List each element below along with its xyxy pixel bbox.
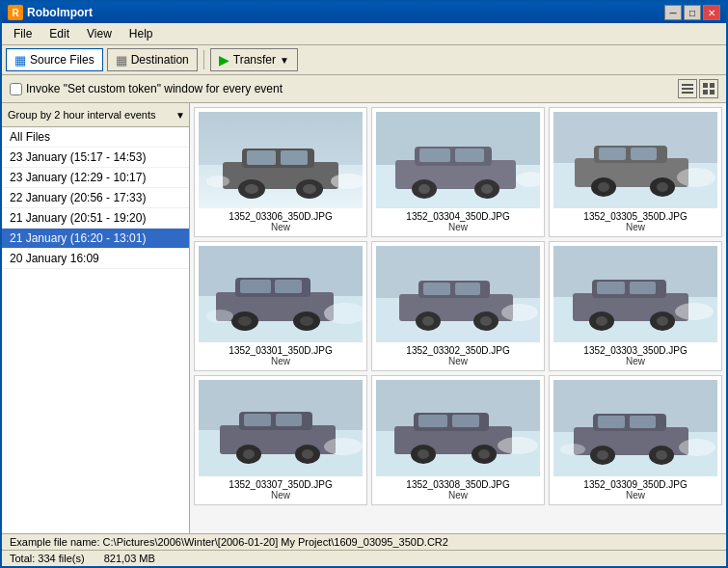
svg-rect-57 bbox=[423, 283, 450, 295]
svg-rect-4 bbox=[710, 83, 715, 88]
photo-cell-1[interactable]: 1352_03306_350D.JPG New bbox=[194, 107, 367, 237]
group-dropdown-button[interactable]: ▼ bbox=[172, 103, 189, 126]
photo-filename-3: 1352_03305_350D.JPG bbox=[583, 211, 687, 222]
destination-icon: ▦ bbox=[116, 53, 127, 68]
tree-item-jan21b[interactable]: 21 January (16:20 - 13:01) bbox=[2, 229, 189, 249]
status-bar-example: Example file name: C:\Pictures\2006\Wint… bbox=[2, 533, 726, 550]
svg-point-108 bbox=[560, 444, 585, 455]
photo-cell-8[interactable]: 1352_03308_350D.JPG New bbox=[371, 375, 545, 505]
menu-help[interactable]: Help bbox=[121, 25, 161, 42]
svg-rect-68 bbox=[597, 282, 625, 294]
maximize-button[interactable]: □ bbox=[684, 5, 701, 20]
svg-point-39 bbox=[657, 182, 668, 192]
source-files-button[interactable]: ▦ Source Files bbox=[6, 48, 103, 71]
toolbar: ▦ Source Files ▦ Destination ▶ Transfer … bbox=[2, 45, 726, 75]
svg-point-95 bbox=[478, 449, 490, 459]
photo-cell-7[interactable]: 1352_03307_350D.JPG New bbox=[194, 375, 367, 505]
photo-status-6: New bbox=[626, 356, 645, 366]
svg-rect-6 bbox=[710, 90, 715, 95]
svg-point-62 bbox=[480, 316, 492, 326]
svg-rect-101 bbox=[598, 416, 625, 428]
svg-rect-24 bbox=[455, 149, 484, 162]
menu-file[interactable]: File bbox=[6, 25, 40, 42]
total-size-label: 821,03 MB bbox=[104, 553, 155, 564]
photo-filename-1: 1352_03306_350D.JPG bbox=[229, 211, 332, 222]
title-bar: R RoboImport ─ □ ✕ bbox=[2, 2, 726, 23]
list-icon bbox=[681, 82, 694, 95]
svg-point-82 bbox=[243, 449, 255, 459]
svg-point-63 bbox=[501, 304, 538, 321]
title-buttons: ─ □ ✕ bbox=[664, 5, 720, 20]
svg-point-74 bbox=[675, 303, 714, 320]
svg-point-16 bbox=[303, 184, 316, 194]
photo-cell-3[interactable]: 1352_03305_350D.JPG New bbox=[549, 107, 722, 237]
svg-rect-1 bbox=[682, 88, 693, 90]
grid-icon bbox=[702, 82, 715, 95]
svg-rect-2 bbox=[682, 92, 693, 94]
svg-point-96 bbox=[498, 437, 538, 454]
photo-cell-2[interactable]: 1352_03304_350D.JPG New bbox=[371, 107, 545, 237]
menu-view[interactable]: View bbox=[79, 25, 120, 42]
svg-point-18 bbox=[206, 176, 229, 187]
photo-grid: 1352_03306_350D.JPG New bbox=[194, 107, 722, 505]
tree-item-all[interactable]: All Files bbox=[2, 127, 189, 148]
view-list-button[interactable] bbox=[678, 79, 697, 98]
photo-filename-4: 1352_03301_350D.JPG bbox=[229, 345, 332, 356]
svg-rect-45 bbox=[240, 280, 271, 293]
menu-edit[interactable]: Edit bbox=[41, 25, 77, 42]
svg-point-28 bbox=[481, 184, 493, 194]
photo-status-8: New bbox=[448, 490, 468, 500]
main-window: R RoboImport ─ □ ✕ File Edit View Help ▦… bbox=[0, 0, 728, 568]
total-files-label: Total: 334 file(s) bbox=[10, 553, 85, 564]
svg-point-52 bbox=[206, 310, 233, 323]
app-icon: R bbox=[8, 5, 23, 20]
minimize-button[interactable]: ─ bbox=[664, 5, 682, 20]
photo-cell-4[interactable]: 1352_03301_350D.JPG New bbox=[194, 241, 367, 371]
tree-item-jan21a[interactable]: 21 January (20:51 - 19:20) bbox=[2, 208, 189, 229]
svg-point-104 bbox=[597, 450, 608, 460]
photo-status-2: New bbox=[448, 222, 468, 232]
photo-thumb-2 bbox=[376, 112, 540, 208]
photo-thumb-3 bbox=[553, 112, 717, 208]
view-icons bbox=[678, 79, 718, 98]
view-grid-button[interactable] bbox=[699, 79, 718, 98]
photo-thumb-4 bbox=[199, 246, 363, 342]
destination-label: Destination bbox=[131, 53, 189, 67]
tree-list: All Files 23 January (15:17 - 14:53) 23 … bbox=[2, 127, 189, 533]
svg-point-37 bbox=[598, 182, 609, 192]
tree-item-jan22[interactable]: 22 January (20:56 - 17:33) bbox=[2, 188, 189, 208]
svg-point-50 bbox=[300, 316, 313, 326]
photo-grid-container[interactable]: 1352_03306_350D.JPG New bbox=[190, 103, 726, 533]
example-path: C:\Pictures\2006\Winter\[2006-01-20] My … bbox=[103, 536, 448, 548]
destination-button[interactable]: ▦ Destination bbox=[107, 48, 198, 71]
svg-point-14 bbox=[245, 184, 258, 194]
svg-rect-90 bbox=[418, 415, 447, 427]
svg-rect-46 bbox=[275, 280, 302, 293]
photo-cell-6[interactable]: 1352_03303_350D.JPG New bbox=[549, 241, 722, 371]
transfer-dropdown-icon: ▼ bbox=[280, 55, 289, 66]
svg-point-73 bbox=[657, 316, 668, 326]
tree-item-jan23b[interactable]: 23 January (12:29 - 10:17) bbox=[2, 168, 189, 188]
photo-thumb-1 bbox=[199, 112, 363, 208]
close-button[interactable]: ✕ bbox=[703, 5, 720, 20]
photo-cell-9[interactable]: 1352_03309_350D.JPG New bbox=[549, 375, 722, 505]
svg-rect-23 bbox=[419, 149, 450, 162]
group-select-label: Group by 2 hour interval events bbox=[2, 103, 172, 126]
svg-rect-79 bbox=[244, 414, 271, 426]
photo-status-4: New bbox=[271, 356, 290, 366]
status-bar-total: Total: 334 file(s) 821,03 MB bbox=[2, 550, 726, 566]
transfer-icon: ▶ bbox=[219, 52, 229, 68]
photo-cell-5[interactable]: 1352_03302_350D.JPG New bbox=[371, 241, 545, 371]
invoke-checkbox[interactable] bbox=[10, 83, 22, 95]
photo-filename-9: 1352_03309_350D.JPG bbox=[583, 479, 687, 490]
tree-item-jan20[interactable]: 20 January 16:09 bbox=[2, 249, 189, 269]
tree-item-jan23a[interactable]: 23 January (15:17 - 14:53) bbox=[2, 148, 189, 168]
svg-point-84 bbox=[302, 449, 313, 459]
photo-thumb-7 bbox=[199, 380, 363, 476]
transfer-button[interactable]: ▶ Transfer ▼ bbox=[210, 48, 298, 71]
svg-rect-5 bbox=[703, 90, 708, 95]
svg-rect-69 bbox=[630, 282, 656, 294]
svg-rect-0 bbox=[682, 84, 693, 86]
left-panel: Group by 2 hour interval events ▼ All Fi… bbox=[2, 103, 190, 533]
photo-status-1: New bbox=[271, 222, 290, 232]
